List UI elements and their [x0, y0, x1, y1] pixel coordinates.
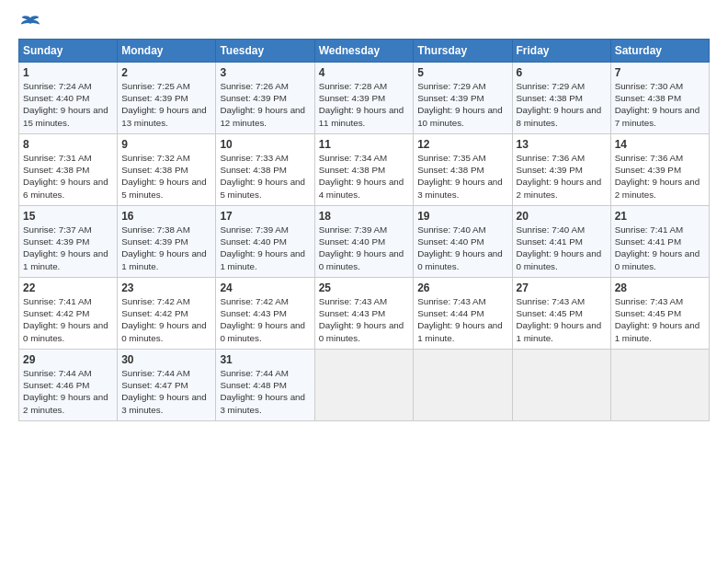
day-number: 21: [615, 210, 705, 223]
day-cell: 1 Sunrise: 7:24 AMSunset: 4:40 PMDayligh…: [19, 63, 118, 134]
day-info: Sunrise: 7:43 AMSunset: 4:43 PMDaylight:…: [319, 296, 404, 343]
day-number: 10: [220, 138, 310, 151]
day-number: 13: [517, 138, 607, 151]
day-number: 27: [517, 282, 607, 294]
day-number: 19: [417, 210, 507, 223]
day-number: 29: [23, 353, 113, 366]
day-cell: [314, 350, 414, 421]
day-info: Sunrise: 7:39 AMSunset: 4:40 PMDaylight:…: [220, 224, 305, 271]
day-number: 31: [220, 353, 310, 366]
week-row-3: 15 Sunrise: 7:37 AMSunset: 4:39 PMDaylig…: [19, 206, 710, 278]
day-cell: 30 Sunrise: 7:44 AMSunset: 4:47 PMDaylig…: [118, 350, 216, 421]
day-info: Sunrise: 7:40 AMSunset: 4:40 PMDaylight:…: [417, 224, 503, 271]
day-number: 11: [319, 138, 410, 151]
day-cell: 13 Sunrise: 7:36 AMSunset: 4:39 PMDaylig…: [512, 134, 610, 206]
day-info: Sunrise: 7:41 AMSunset: 4:42 PMDaylight:…: [23, 296, 108, 343]
day-number: 17: [220, 210, 310, 223]
day-info: Sunrise: 7:43 AMSunset: 4:45 PMDaylight:…: [615, 296, 700, 343]
day-number: 4: [319, 66, 410, 79]
page-header: [18, 15, 710, 31]
day-cell: 19 Sunrise: 7:40 AMSunset: 4:40 PMDaylig…: [414, 206, 512, 278]
day-info: Sunrise: 7:36 AMSunset: 4:39 PMDaylight:…: [615, 153, 700, 200]
logo-bird-icon: [20, 15, 40, 31]
day-info: Sunrise: 7:31 AMSunset: 4:38 PMDaylight:…: [23, 153, 108, 200]
day-info: Sunrise: 7:33 AMSunset: 4:38 PMDaylight:…: [220, 153, 305, 200]
day-info: Sunrise: 7:26 AMSunset: 4:39 PMDaylight:…: [220, 81, 305, 128]
day-cell: 22 Sunrise: 7:41 AMSunset: 4:42 PMDaylig…: [19, 278, 118, 350]
day-cell: 6 Sunrise: 7:29 AMSunset: 4:38 PMDayligh…: [512, 63, 610, 134]
day-cell: 4 Sunrise: 7:28 AMSunset: 4:39 PMDayligh…: [314, 63, 414, 134]
day-number: 15: [23, 210, 113, 223]
day-cell: 14 Sunrise: 7:36 AMSunset: 4:39 PMDaylig…: [610, 134, 709, 206]
day-number: 16: [121, 210, 211, 223]
dow-header-sunday: Sunday: [19, 40, 118, 63]
day-info: Sunrise: 7:37 AMSunset: 4:39 PMDaylight:…: [23, 224, 108, 271]
day-number: 3: [220, 66, 310, 79]
week-row-5: 29 Sunrise: 7:44 AMSunset: 4:46 PMDaylig…: [19, 350, 710, 421]
calendar-table: SundayMondayTuesdayWednesdayThursdayFrid…: [18, 39, 710, 421]
day-cell: 18 Sunrise: 7:39 AMSunset: 4:40 PMDaylig…: [314, 206, 414, 278]
day-info: Sunrise: 7:38 AMSunset: 4:39 PMDaylight:…: [121, 224, 207, 271]
logo: [18, 15, 40, 31]
day-number: 14: [615, 138, 705, 151]
day-cell: 31 Sunrise: 7:44 AMSunset: 4:48 PMDaylig…: [216, 350, 314, 421]
day-cell: 7 Sunrise: 7:30 AMSunset: 4:38 PMDayligh…: [610, 63, 709, 134]
day-cell: 8 Sunrise: 7:31 AMSunset: 4:38 PMDayligh…: [19, 134, 118, 206]
day-info: Sunrise: 7:32 AMSunset: 4:38 PMDaylight:…: [121, 153, 207, 200]
day-info: Sunrise: 7:36 AMSunset: 4:39 PMDaylight:…: [517, 153, 602, 200]
day-number: 23: [121, 282, 211, 294]
dow-header-wednesday: Wednesday: [314, 40, 414, 63]
day-cell: 9 Sunrise: 7:32 AMSunset: 4:38 PMDayligh…: [118, 134, 216, 206]
day-number: 28: [615, 282, 705, 294]
day-cell: 16 Sunrise: 7:38 AMSunset: 4:39 PMDaylig…: [118, 206, 216, 278]
day-cell: 23 Sunrise: 7:42 AMSunset: 4:42 PMDaylig…: [118, 278, 216, 350]
day-number: 24: [220, 282, 310, 294]
day-cell: 27 Sunrise: 7:43 AMSunset: 4:45 PMDaylig…: [512, 278, 610, 350]
day-number: 8: [23, 138, 113, 151]
day-number: 18: [319, 210, 410, 223]
week-row-4: 22 Sunrise: 7:41 AMSunset: 4:42 PMDaylig…: [19, 278, 710, 350]
day-number: 12: [417, 138, 507, 151]
day-cell: 11 Sunrise: 7:34 AMSunset: 4:38 PMDaylig…: [314, 134, 414, 206]
day-cell: 21 Sunrise: 7:41 AMSunset: 4:41 PMDaylig…: [610, 206, 709, 278]
day-info: Sunrise: 7:28 AMSunset: 4:39 PMDaylight:…: [319, 81, 404, 128]
day-cell: [512, 350, 610, 421]
dow-header-thursday: Thursday: [414, 40, 512, 63]
day-info: Sunrise: 7:44 AMSunset: 4:48 PMDaylight:…: [220, 368, 305, 415]
day-cell: 15 Sunrise: 7:37 AMSunset: 4:39 PMDaylig…: [19, 206, 118, 278]
day-cell: 20 Sunrise: 7:40 AMSunset: 4:41 PMDaylig…: [512, 206, 610, 278]
day-cell: 12 Sunrise: 7:35 AMSunset: 4:38 PMDaylig…: [414, 134, 512, 206]
week-row-1: 1 Sunrise: 7:24 AMSunset: 4:40 PMDayligh…: [19, 63, 710, 134]
day-cell: 29 Sunrise: 7:44 AMSunset: 4:46 PMDaylig…: [19, 350, 118, 421]
dow-header-friday: Friday: [512, 40, 610, 63]
day-info: Sunrise: 7:39 AMSunset: 4:40 PMDaylight:…: [319, 224, 404, 271]
day-number: 2: [121, 66, 211, 79]
day-info: Sunrise: 7:44 AMSunset: 4:46 PMDaylight:…: [23, 368, 108, 415]
day-info: Sunrise: 7:41 AMSunset: 4:41 PMDaylight:…: [615, 224, 700, 271]
day-number: 26: [417, 282, 507, 294]
day-number: 30: [121, 353, 211, 366]
day-number: 5: [417, 66, 507, 79]
day-number: 9: [121, 138, 211, 151]
day-number: 1: [23, 66, 113, 79]
day-info: Sunrise: 7:29 AMSunset: 4:39 PMDaylight:…: [417, 81, 503, 128]
day-cell: 5 Sunrise: 7:29 AMSunset: 4:39 PMDayligh…: [414, 63, 512, 134]
day-cell: 3 Sunrise: 7:26 AMSunset: 4:39 PMDayligh…: [216, 63, 314, 134]
day-cell: 2 Sunrise: 7:25 AMSunset: 4:39 PMDayligh…: [118, 63, 216, 134]
week-row-2: 8 Sunrise: 7:31 AMSunset: 4:38 PMDayligh…: [19, 134, 710, 206]
day-cell: [610, 350, 709, 421]
day-number: 20: [517, 210, 607, 223]
day-cell: 28 Sunrise: 7:43 AMSunset: 4:45 PMDaylig…: [610, 278, 709, 350]
day-number: 22: [23, 282, 113, 294]
day-number: 6: [517, 66, 607, 79]
dow-header-saturday: Saturday: [610, 40, 709, 63]
day-info: Sunrise: 7:34 AMSunset: 4:38 PMDaylight:…: [319, 153, 404, 200]
day-info: Sunrise: 7:42 AMSunset: 4:43 PMDaylight:…: [220, 296, 305, 343]
day-cell: [414, 350, 512, 421]
day-info: Sunrise: 7:29 AMSunset: 4:38 PMDaylight:…: [517, 81, 602, 128]
day-info: Sunrise: 7:40 AMSunset: 4:41 PMDaylight:…: [517, 224, 602, 271]
day-number: 25: [319, 282, 410, 294]
day-info: Sunrise: 7:44 AMSunset: 4:47 PMDaylight:…: [121, 368, 207, 415]
day-cell: 17 Sunrise: 7:39 AMSunset: 4:40 PMDaylig…: [216, 206, 314, 278]
dow-header-monday: Monday: [118, 40, 216, 63]
